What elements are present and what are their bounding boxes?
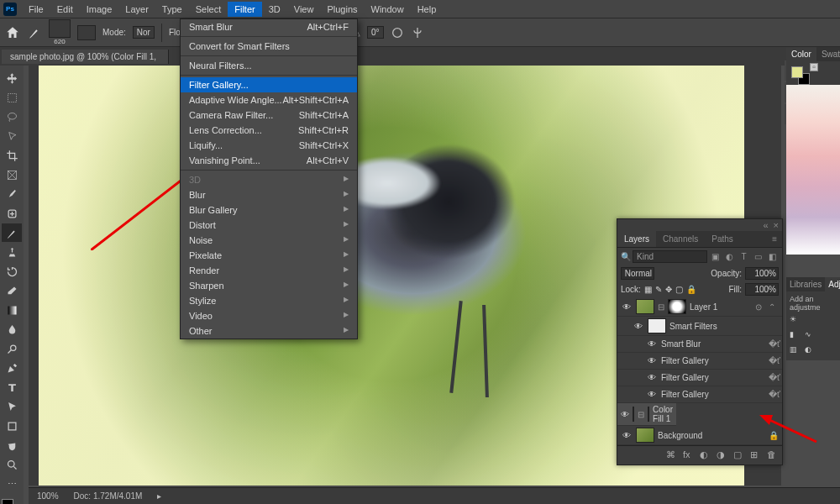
- zoom-level[interactable]: 100%: [37, 491, 59, 501]
- new-layer-icon[interactable]: ⊞: [750, 449, 762, 461]
- menu-select[interactable]: Select: [189, 2, 228, 17]
- photo-filter-adj-icon[interactable]: ◐: [805, 345, 816, 357]
- layer-row-filter-gallery[interactable]: 👁Filter Gallery�ť: [617, 353, 782, 370]
- foreground-swatch[interactable]: [2, 499, 13, 504]
- layer-mask-icon[interactable]: ◐: [700, 449, 711, 461]
- zoom-tool[interactable]: [2, 455, 22, 474]
- brightness-adj-icon[interactable]: ☀: [790, 315, 801, 327]
- layer-mask-thumb[interactable]: [668, 299, 686, 314]
- type-tool[interactable]: [2, 378, 22, 396]
- symmetry-icon[interactable]: [411, 26, 424, 39]
- menu-item-adaptive-wide-angle[interactable]: Adaptive Wide Angle...Alt+Shift+Ctrl+A: [181, 92, 357, 108]
- lasso-tool[interactable]: [2, 108, 22, 126]
- lock-artboard-icon[interactable]: ▢: [675, 285, 683, 294]
- fill-thumb[interactable]: [633, 407, 634, 422]
- marquee-tool[interactable]: [2, 88, 22, 107]
- crop-tool[interactable]: [2, 146, 22, 165]
- shape-tool[interactable]: [2, 417, 22, 435]
- menu-3d[interactable]: 3D: [262, 2, 287, 17]
- eyedropper-tool[interactable]: [2, 185, 22, 203]
- menu-edit[interactable]: Edit: [50, 2, 80, 17]
- layer-row-filter-gallery[interactable]: 👁Filter Gallery�ť: [617, 386, 782, 403]
- levels-adj-icon[interactable]: ▮: [790, 330, 801, 342]
- menu-plugins[interactable]: Plugins: [320, 2, 364, 17]
- dodge-tool[interactable]: [2, 339, 22, 358]
- menu-item-blur[interactable]: Blur: [181, 187, 357, 202]
- filter-blend-icon[interactable]: �ť: [769, 356, 779, 365]
- layer-row-smart-filters[interactable]: 👁Smart Filters: [617, 317, 782, 336]
- history-brush-tool[interactable]: [2, 262, 22, 281]
- collapse-icon[interactable]: «: [763, 220, 768, 230]
- visibility-eye-icon[interactable]: 👁: [621, 410, 629, 419]
- layer-name[interactable]: Filter Gallery: [661, 356, 765, 365]
- layer-name[interactable]: Smart Filters: [669, 322, 779, 331]
- clone-stamp-tool[interactable]: [2, 243, 22, 261]
- layer-mask-thumb[interactable]: [648, 407, 649, 422]
- panel-menu-icon[interactable]: ≡: [767, 231, 782, 247]
- lock-pixels-icon[interactable]: ✎: [655, 285, 662, 294]
- lock-position-icon[interactable]: ✥: [665, 285, 672, 294]
- document-tab[interactable]: sample photo.jpg @ 100% (Color Fill 1,: [2, 50, 169, 64]
- layer-name[interactable]: Color Fill 1: [653, 405, 673, 423]
- color-swatches[interactable]: [2, 499, 22, 504]
- angle-field[interactable]: 0°: [367, 26, 384, 39]
- menu-item-neural-filters[interactable]: Neural Filters...: [181, 58, 357, 73]
- menu-item-other[interactable]: Other: [181, 323, 357, 339]
- filter-pixel-icon[interactable]: ▣: [709, 250, 722, 263]
- menu-view[interactable]: View: [287, 2, 321, 17]
- visibility-eye-icon[interactable]: 👁: [646, 339, 658, 349]
- brush-tool-icon[interactable]: [27, 25, 42, 40]
- visibility-eye-icon[interactable]: 👁: [646, 356, 658, 365]
- blend-mode-select[interactable]: Normal: [621, 267, 654, 280]
- menu-item-liquify[interactable]: Liquify...Shift+Ctrl+X: [181, 138, 357, 153]
- fill-field[interactable]: 100%: [745, 283, 779, 296]
- swatches-tab[interactable]: Swatch: [816, 47, 840, 61]
- menu-layer[interactable]: Layer: [118, 2, 155, 17]
- path-select-tool[interactable]: [2, 397, 22, 416]
- hand-tool[interactable]: [2, 436, 22, 454]
- hue-adj-icon[interactable]: ▥: [790, 345, 801, 357]
- lock-all-icon[interactable]: 🔒: [686, 285, 696, 294]
- brush-size-swatch[interactable]: 620: [49, 19, 71, 45]
- layer-row-smart-blur[interactable]: 👁Smart Blur�ť: [617, 336, 782, 353]
- menu-item-camera-raw-filter[interactable]: Camera Raw Filter...Shift+Ctrl+A: [181, 108, 357, 123]
- color-tab[interactable]: Color: [786, 47, 816, 61]
- blur-tool[interactable]: [2, 320, 22, 339]
- menu-item-lens-correction[interactable]: Lens Correction...Shift+Ctrl+R: [181, 123, 357, 138]
- visibility-eye-icon[interactable]: 👁: [646, 373, 658, 382]
- menu-item-pixelate[interactable]: Pixelate: [181, 248, 357, 263]
- layer-row-background[interactable]: 👁Background🔒: [617, 426, 782, 445]
- layer-name[interactable]: Filter Gallery: [661, 373, 765, 382]
- eraser-tool[interactable]: [2, 281, 22, 300]
- layer-row-color-fill-1[interactable]: 👁⊟Color Fill 1: [617, 403, 676, 426]
- layer-fx-icon[interactable]: fx: [683, 449, 695, 461]
- filter-blend-icon[interactable]: �ť: [769, 390, 779, 399]
- link-layers-icon[interactable]: ⌘: [666, 449, 678, 461]
- libraries-tab[interactable]: Libraries: [786, 277, 825, 291]
- close-panel-icon[interactable]: ×: [774, 220, 779, 230]
- layer-row-layer-1[interactable]: 👁⊟Layer 1⊙⌃: [617, 297, 782, 317]
- healing-tool[interactable]: [2, 204, 22, 223]
- gradient-tool[interactable]: [2, 301, 22, 319]
- menu-file[interactable]: File: [22, 2, 50, 17]
- frame-tool[interactable]: [2, 165, 22, 184]
- new-adj-layer-icon[interactable]: ◑: [717, 449, 728, 461]
- filter-adj-icon[interactable]: ◐: [723, 250, 736, 263]
- menu-item-blur-gallery[interactable]: Blur Gallery: [181, 202, 357, 218]
- filter-shape-icon[interactable]: ▭: [752, 250, 764, 263]
- menu-item-noise[interactable]: Noise: [181, 233, 357, 248]
- color-spectrum[interactable]: [786, 85, 840, 255]
- delete-layer-icon[interactable]: 🗑: [767, 449, 779, 461]
- layer-thumb[interactable]: [636, 299, 654, 314]
- adjustments-tab[interactable]: Adj: [825, 277, 840, 291]
- quick-select-tool[interactable]: [2, 127, 22, 145]
- visibility-eye-icon[interactable]: 👁: [646, 390, 658, 399]
- lock-transparency-icon[interactable]: ▦: [644, 285, 652, 294]
- layer-row-filter-gallery[interactable]: 👁Filter Gallery�ť: [617, 370, 782, 386]
- filter-blend-icon[interactable]: �ť: [769, 373, 779, 382]
- menu-item-smart-blur[interactable]: Smart BlurAlt+Ctrl+F: [181, 19, 357, 34]
- color-fg-swatch[interactable]: [791, 66, 803, 78]
- new-group-icon[interactable]: ▢: [733, 449, 745, 461]
- menu-image[interactable]: Image: [80, 2, 119, 17]
- menu-item-convert-for-smart-filters[interactable]: Convert for Smart Filters: [181, 39, 357, 54]
